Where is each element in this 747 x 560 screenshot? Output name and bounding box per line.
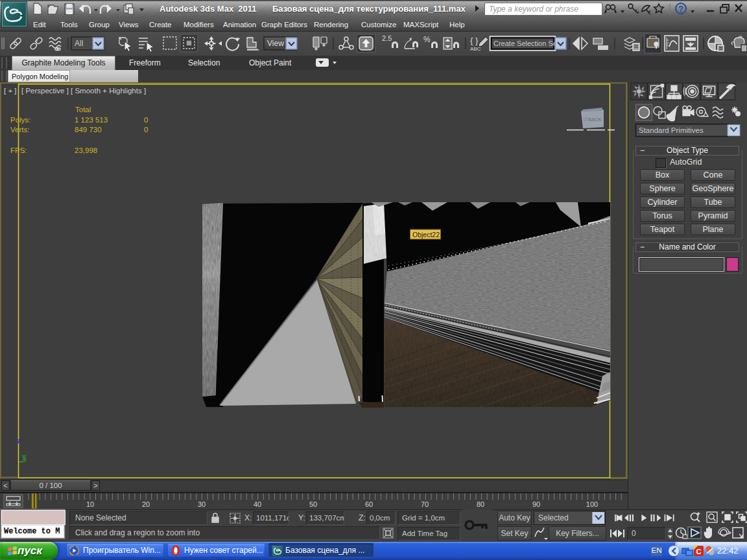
svg-text:Standard Primitives: Standard Primitives: [639, 126, 704, 134]
svg-text:Object22: Object22: [412, 231, 440, 239]
svg-text:70: 70: [421, 500, 429, 508]
svg-text:Create Selection Se: Create Selection Se: [493, 40, 557, 47]
svg-text:40: 40: [254, 500, 261, 508]
svg-text:0: 0: [144, 126, 148, 134]
svg-text:90: 90: [532, 500, 540, 508]
svg-text:80: 80: [477, 500, 484, 508]
svg-text:[ Perspective ] [ Smooth + Hig: [ Perspective ] [ Smooth + Highlights ]: [21, 87, 146, 95]
svg-text:849 730: 849 730: [75, 126, 102, 134]
svg-text:2.5: 2.5: [382, 34, 392, 42]
svg-text:60: 60: [365, 500, 373, 508]
svg-text:50: 50: [309, 500, 317, 508]
svg-text:View: View: [267, 39, 284, 48]
svg-text:Polys:: Polys:: [10, 116, 30, 124]
svg-text:13: 13: [583, 117, 588, 121]
svg-text:[ + ]: [ + ]: [4, 87, 17, 95]
svg-text:Verts:: Verts:: [10, 126, 29, 134]
svg-text:ABC: ABC: [470, 46, 481, 52]
svg-text:23,998: 23,998: [75, 146, 97, 154]
svg-text:1 123 513: 1 123 513: [75, 116, 108, 124]
svg-text:0: 0: [144, 116, 148, 124]
svg-text:z: z: [17, 437, 21, 445]
svg-text:{ }: { }: [470, 36, 479, 45]
svg-text:%: %: [423, 35, 431, 44]
svg-text:C: C: [696, 548, 702, 555]
svg-text:BACK: BACK: [588, 117, 601, 122]
svg-text:30: 30: [198, 500, 206, 508]
svg-text:20: 20: [142, 500, 150, 508]
svg-text:100: 100: [586, 500, 598, 508]
svg-text:10: 10: [86, 500, 94, 508]
svg-text:?: ?: [678, 4, 683, 14]
svg-text:All: All: [75, 39, 83, 48]
svg-text:Total: Total: [75, 106, 91, 113]
svg-text:FPS:: FPS:: [10, 146, 27, 154]
